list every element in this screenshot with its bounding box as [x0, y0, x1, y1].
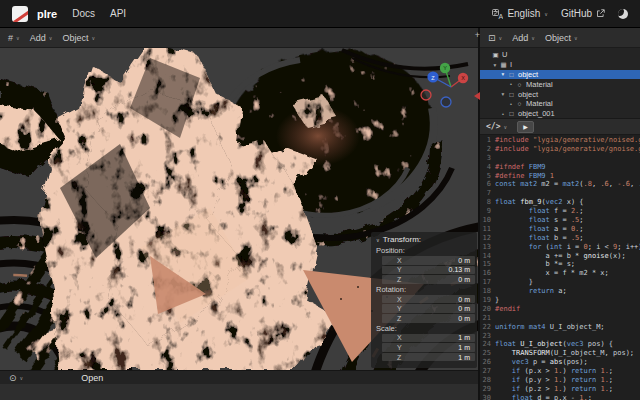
run-shader-button[interactable]: ▶ [517, 121, 534, 133]
transform-rotation-x-field[interactable]: X0 m [382, 295, 475, 304]
code-line-21[interactable]: 21 [480, 314, 640, 323]
tree-item-Material[interactable]: •○Material [480, 79, 640, 89]
chevron-down-icon: ∨ [499, 35, 503, 41]
code-editor[interactable]: 1#include "lygia/generative/noised.glsl"… [480, 135, 640, 400]
code-line-8[interactable]: 8float fbm_9(vec2 x) { [480, 198, 640, 207]
code-line-11[interactable]: 11 float a = 0.; [480, 225, 640, 234]
code-line-20[interactable]: 20#endif [480, 305, 640, 314]
code-line-5[interactable]: 5#define FBM9 1 [480, 172, 640, 181]
code-line-7[interactable]: 7 [480, 189, 640, 198]
code-line-1[interactable]: 1#include "lygia/generative/noised.glsl" [480, 136, 640, 145]
line-number: 18 [480, 287, 495, 296]
tree-item-label: object [516, 90, 538, 99]
tree-item-label: Material [524, 80, 553, 89]
logo-stroke [12, 9, 28, 22]
transform-position-z-field[interactable]: Z0 m [382, 275, 475, 284]
code-line-16[interactable]: 16 x = f * m2 * x; [480, 269, 640, 278]
tree-item-object[interactable]: ▾□object [480, 89, 640, 99]
chevron-down-icon: ∨ [531, 35, 535, 41]
code-line-15[interactable]: 15 b *= s; [480, 260, 640, 269]
material-icon: ○ [515, 81, 524, 88]
line-number: 28 [480, 376, 495, 385]
axis-label: X [382, 296, 412, 303]
tree-item-label: object_001 [516, 109, 555, 118]
panel-resize-marker-icon [474, 92, 480, 100]
code-line-22[interactable]: 22uniform mat4 U_I_object_M; [480, 323, 640, 332]
code-line-28[interactable]: 28 if (p.y > 1.) return 1.; [480, 376, 640, 385]
viewport-add-menu[interactable]: Add ∨ [30, 33, 53, 43]
viewport-type-menu[interactable]: # ∨ [8, 33, 20, 43]
chevron-down-icon: ∨ [503, 124, 507, 130]
code-line-24[interactable]: 24float U_I_object(vec3 pos) { [480, 340, 640, 349]
tree-item-label: U [500, 50, 507, 59]
3d-viewport[interactable]: Y X Z ∨ Transform: Position:X0 mY0.13 mZ… [0, 48, 478, 370]
line-number: 13 [480, 243, 495, 252]
axis-value: 0 m [412, 257, 475, 264]
tree-expand-arrow[interactable]: ▾ [491, 62, 499, 68]
add-panel-button[interactable]: + [473, 30, 482, 40]
transform-rotation-y-field[interactable]: Y0 m [382, 304, 475, 313]
grid-icon: # [8, 33, 13, 43]
code-text: if (p.y > 1.) return 1.; [495, 376, 613, 385]
axis-value: 0.13 m [412, 266, 475, 273]
code-line-13[interactable]: 13 for (int i = 0; i < 9; i++) { [480, 243, 640, 252]
bottom-panel-type-menu[interactable]: ⊙ ∨ [9, 373, 23, 383]
code-line-18[interactable]: 18 return a; [480, 287, 640, 296]
code-line-9[interactable]: 9 float f = 2.; [480, 207, 640, 216]
code-text: TRANSFORM(U_I_object_M, pos); [495, 349, 634, 358]
transform-scale-z-field[interactable]: Z1 m [382, 353, 475, 362]
code-line-10[interactable]: 10 float s = .5; [480, 216, 640, 225]
line-number: 19 [480, 296, 495, 305]
code-line-6[interactable]: 6const mat2 m2 = mat2(.8, .6, -.6, .8); [480, 180, 640, 189]
tree-item-object[interactable]: ▾□object [480, 70, 640, 80]
transform-scale-x-field[interactable]: X1 m [382, 334, 475, 343]
code-line-14[interactable]: 14 a += b * gnoise(x); [480, 252, 640, 261]
code-line-30[interactable]: 30 float d = p.x - 1.; [480, 394, 640, 400]
code-line-29[interactable]: 29 if (p.z > 1.) return 1.; [480, 385, 640, 394]
line-number: 23 [480, 332, 495, 341]
transform-scale-y-field[interactable]: Y1 m [382, 343, 475, 352]
scene-icon: ⊡ [488, 33, 496, 43]
outliner-add-menu[interactable]: Add ∨ [512, 33, 535, 43]
code-line-4[interactable]: 4#ifndef FBM9 [480, 163, 640, 172]
code-line-25[interactable]: 25 TRANSFORM(U_I_object_M, pos); [480, 349, 640, 358]
nav-api-link[interactable]: API [110, 8, 126, 19]
tree-item-U[interactable]: ▣U [480, 50, 640, 60]
app-title[interactable]: plre [37, 8, 57, 20]
viewport-object-menu[interactable]: Object ∨ [62, 33, 95, 43]
app-logo-icon[interactable] [12, 6, 28, 22]
code-line-12[interactable]: 12 float b = .5; [480, 234, 640, 243]
outliner-type-menu[interactable]: ⊡ ∨ [488, 33, 502, 43]
gizmo-axis-x-neg[interactable] [421, 90, 431, 100]
github-link[interactable]: GitHub [561, 8, 605, 19]
open-button[interactable]: Open [81, 373, 103, 383]
transform-panel-title[interactable]: ∨ Transform: [376, 234, 475, 245]
svg-text:A: A [499, 12, 503, 18]
code-line-23[interactable]: 23 [480, 332, 640, 341]
code-type-menu[interactable]: </> ∨ [486, 122, 507, 131]
tree-item-I[interactable]: ▾▦I [480, 60, 640, 70]
transform-rotation-z-field[interactable]: Z0 m [382, 314, 475, 323]
gizmo-x-label: X [461, 75, 465, 81]
code-line-26[interactable]: 26 vec3 p = abs(pos); [480, 358, 640, 367]
transform-position-x-field[interactable]: X0 m [382, 256, 475, 265]
outliner-tree: ▣U▾▦I▾□object•○Material▾□object•○Materia… [480, 48, 640, 118]
language-selector[interactable]: A English ∨ [492, 8, 547, 19]
outliner-object-menu[interactable]: Object ∨ [545, 33, 578, 43]
code-line-17[interactable]: 17 } [480, 278, 640, 287]
code-line-27[interactable]: 27 if (p.x > 1.) return 1.; [480, 367, 640, 376]
line-number: 4 [480, 163, 495, 172]
code-line-3[interactable]: 3 [480, 154, 640, 163]
transform-position-y-field[interactable]: Y0.13 m [382, 266, 475, 275]
code-line-19[interactable]: 19} [480, 296, 640, 305]
mesh-icon: □ [507, 110, 516, 117]
gizmo-axis-z-neg[interactable] [441, 97, 451, 107]
tree-expand-arrow[interactable]: ▾ [499, 91, 507, 97]
dark-mode-toggle-icon[interactable] [618, 9, 628, 19]
axis-value: 1 m [412, 334, 475, 341]
nav-docs-link[interactable]: Docs [72, 8, 95, 19]
code-line-2[interactable]: 2#include "lygia/generative/gnoise.glsl" [480, 145, 640, 154]
tree-item-Material[interactable]: •○Material [480, 99, 640, 109]
tree-expand-arrow[interactable]: ▾ [499, 71, 507, 77]
tree-item-object_001[interactable]: •□object_001 [480, 109, 640, 118]
